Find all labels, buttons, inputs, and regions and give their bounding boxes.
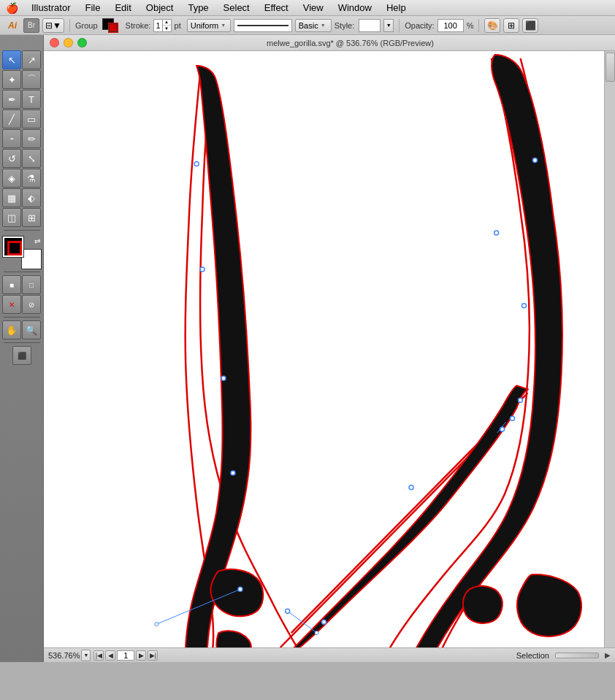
opacity-input[interactable] (438, 19, 464, 32)
opacity-unit: % (467, 21, 474, 30)
menu-object[interactable]: Object (140, 1, 180, 14)
menu-effect[interactable]: Effect (259, 1, 294, 14)
style-dropdown-btn[interactable]: ▼ (383, 19, 394, 32)
fill-color-swatch[interactable] (102, 18, 118, 33)
sep3 (478, 19, 479, 32)
tool-row-8b: ◫ ⊞ (2, 208, 41, 227)
svg-point-5 (238, 587, 242, 591)
rotate-tool[interactable]: ↺ (2, 149, 21, 168)
doc-bottombar: 536.76% |◀ ◀ ▶ ▶| Selection ▶ (44, 647, 615, 662)
menu-edit[interactable]: Edit (109, 1, 137, 14)
status-arrow[interactable]: ▶ (605, 651, 611, 659)
sep2 (399, 19, 400, 32)
rect-tool[interactable]: ▭ (22, 109, 41, 128)
measure-tool[interactable]: ⬖ (22, 188, 41, 207)
hand-tool[interactable]: ✋ (2, 320, 21, 339)
swap-colors-icon[interactable]: ⇄ (34, 237, 40, 245)
zoom-value: 536.76% (48, 651, 80, 660)
menu-help[interactable]: Help (381, 1, 412, 14)
menu-type[interactable]: Type (182, 1, 214, 14)
main-area: ↖ ↗ ✦ ⌒ ✒ T ╱ ▭ ⁃ ✏ ↺ ⤡ ◈ ⚗ ▦ ⬖ (0, 35, 615, 662)
direct-selection-tool[interactable]: ↗ (22, 50, 41, 69)
maximize-btn[interactable] (77, 38, 87, 47)
arrange-btn[interactable]: ⊞ (503, 18, 519, 33)
drawing-canvas[interactable] (44, 51, 604, 647)
page-input[interactable] (117, 650, 134, 661)
background-color-box[interactable] (22, 250, 41, 269)
close-btn[interactable] (50, 38, 59, 47)
zoom-tool[interactable]: 🔍 (22, 320, 41, 339)
blend-tool[interactable]: ◈ (2, 169, 21, 188)
brush-dropdown[interactable]: Basic (295, 19, 332, 32)
tool-row-3: ✒ T (2, 90, 41, 109)
magic-wand-tool[interactable]: ✦ (2, 70, 21, 89)
stroke-profile-dropdown[interactable]: Uniform (187, 19, 231, 32)
status-text: Selection (516, 651, 549, 660)
last-page-btn[interactable]: ▶| (148, 650, 158, 661)
next-page-btn[interactable]: ▶ (136, 650, 146, 661)
tool-row-5: ⁃ ✏ (2, 129, 41, 148)
svg-point-12 (200, 267, 205, 272)
tool-sep3 (4, 317, 40, 318)
style-box[interactable] (359, 19, 381, 32)
none-btn2[interactable]: ⊘ (22, 295, 41, 314)
bridge-btn[interactable]: Br (23, 18, 39, 33)
stroke-spinner[interactable]: 1 ▲ ▼ (153, 19, 171, 32)
color-mode-btn[interactable]: ■ (2, 275, 21, 294)
stroke-down[interactable]: ▼ (163, 26, 171, 32)
line-style-display (234, 19, 292, 32)
prev-page-btn[interactable]: ◀ (105, 650, 115, 661)
gradient-mode-btn[interactable]: □ (22, 275, 41, 294)
workspace-btn[interactable]: ⊟▼ (42, 18, 64, 33)
svg-point-11 (231, 471, 235, 475)
tool-row-4: ╱ ▭ (2, 109, 41, 128)
panel-handle (18, 38, 23, 50)
svg-point-14 (494, 231, 499, 235)
transform-btn[interactable]: ⬛ (522, 18, 538, 33)
eyedropper-tool[interactable]: ⚗ (22, 169, 41, 188)
pen-tool[interactable]: ✒ (2, 90, 21, 109)
recolor-btn[interactable]: 🎨 (484, 18, 500, 33)
screen-mode-btn[interactable]: ⬛ (12, 346, 31, 365)
tools-panel: ↖ ↗ ✦ ⌒ ✒ T ╱ ▭ ⁃ ✏ ↺ ⤡ ◈ ⚗ ▦ ⬖ (0, 35, 44, 662)
mesh-tool[interactable]: ⊞ (22, 208, 41, 227)
menu-window[interactable]: Window (332, 1, 378, 14)
stroke-up[interactable]: ▲ (163, 19, 171, 26)
scale-tool[interactable]: ⤡ (22, 149, 41, 168)
stroke-indicator (7, 241, 22, 255)
ai-logo: Ai (4, 18, 20, 33)
tool-row-none: ✕ ⊘ (2, 295, 41, 314)
doc-titlebar: melwe_gorilla.svg* @ 536.76% (RGB/Previe… (44, 35, 615, 51)
lasso-tool[interactable]: ⌒ (22, 70, 41, 89)
menu-bar: 🍎 Illustrator File Edit Object Type Sele… (0, 0, 615, 16)
hscroll-thumb[interactable] (555, 653, 599, 658)
opacity-label: Opacity: (405, 21, 434, 30)
selection-tool[interactable]: ↖ (2, 50, 21, 69)
none-fill-btn[interactable]: ✕ (2, 295, 21, 314)
doc-title: melwe_gorilla.svg* @ 536.76% (RGB/Previe… (91, 39, 609, 47)
tool-row-hand: ✋ 🔍 (2, 320, 41, 339)
zoom-dropdown[interactable] (81, 650, 91, 661)
menu-illustrator[interactable]: Illustrator (26, 1, 76, 14)
tool-sep2 (4, 272, 40, 272)
vscrollbar[interactable] (604, 51, 615, 647)
paintbrush-tool[interactable]: ⁃ (2, 129, 21, 148)
svg-point-16 (522, 304, 527, 308)
menu-file[interactable]: File (79, 1, 106, 14)
tool-row-1: ↖ ↗ (2, 50, 41, 69)
type-tool[interactable]: T (22, 90, 41, 109)
menu-select[interactable]: Select (218, 1, 256, 14)
vscroll-thumb[interactable] (606, 53, 615, 82)
first-page-btn[interactable]: |◀ (93, 650, 104, 661)
canvas-area: melwe_gorilla.svg* @ 536.76% (RGB/Previe… (44, 35, 615, 662)
minimize-btn[interactable] (64, 38, 73, 47)
style-label: Style: (335, 21, 355, 30)
apple-menu[interactable]: 🍎 (6, 2, 18, 14)
svg-point-10 (194, 161, 199, 166)
menu-view[interactable]: View (297, 1, 329, 14)
svg-point-15 (532, 158, 537, 162)
pencil-tool[interactable]: ✏ (22, 129, 41, 148)
line-tool[interactable]: ╱ (2, 109, 21, 128)
gradient-tool[interactable]: ◫ (2, 208, 21, 227)
graph-tool[interactable]: ▦ (2, 188, 21, 207)
